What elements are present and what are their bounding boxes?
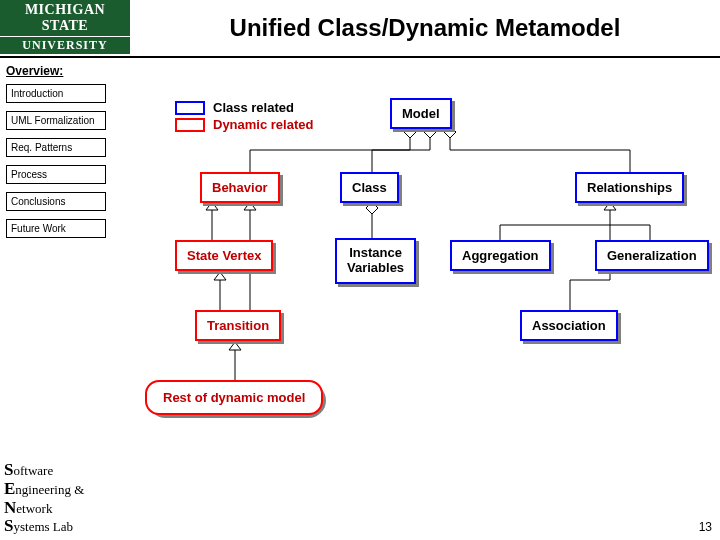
node-generalization: Generalization [595, 240, 709, 271]
node-class-label: Class [340, 172, 399, 203]
diagram-canvas: Class related Dynamic related [120, 80, 720, 500]
node-aggregation: Aggregation [450, 240, 551, 271]
node-transition: Transition [195, 310, 281, 341]
legend-dynamic-swatch [175, 118, 205, 132]
node-model: Model [390, 98, 452, 129]
node-state-vertex: State Vertex [175, 240, 273, 271]
node-association: Association [520, 310, 618, 341]
nav-introduction[interactable]: Introduction [6, 84, 106, 103]
node-generalization-label: Generalization [595, 240, 709, 271]
header: MICHIGAN STATE UNIVERSITY Unified Class/… [0, 0, 720, 58]
node-model-label: Model [390, 98, 452, 129]
node-association-label: Association [520, 310, 618, 341]
legend-dynamic-row: Dynamic related [175, 117, 313, 132]
legend-class-row: Class related [175, 100, 313, 115]
university-logo: MICHIGAN STATE UNIVERSITY [0, 0, 130, 56]
legend-class-label: Class related [213, 100, 294, 115]
node-behavior-label: Behavior [200, 172, 280, 203]
footer-lab-name: Software Engineering & Network Systems L… [4, 461, 84, 536]
overview-label: Overview: [6, 64, 720, 78]
node-behavior: Behavior [200, 172, 280, 203]
node-instance-variables: Instance Variables [335, 238, 416, 284]
node-class: Class [340, 172, 399, 203]
nav-req-patterns[interactable]: Req. Patterns [6, 138, 106, 157]
legend: Class related Dynamic related [175, 100, 313, 134]
nav-future-work[interactable]: Future Work [6, 219, 106, 238]
legend-class-swatch [175, 101, 205, 115]
node-relationships: Relationships [575, 172, 684, 203]
legend-dynamic-label: Dynamic related [213, 117, 313, 132]
nav-process[interactable]: Process [6, 165, 106, 184]
slide-title: Unified Class/Dynamic Metamodel [130, 14, 720, 42]
node-rest-dynamic: Rest of dynamic model [145, 380, 323, 415]
node-transition-label: Transition [195, 310, 281, 341]
nav-conclusions[interactable]: Conclusions [6, 192, 106, 211]
sidebar-nav: Introduction UML Formalization Req. Patt… [6, 84, 106, 246]
connectors [120, 80, 720, 500]
logo-bottom: UNIVERSITY [0, 36, 130, 54]
node-relationships-label: Relationships [575, 172, 684, 203]
logo-top: MICHIGAN STATE [0, 0, 130, 36]
page-number: 13 [699, 520, 712, 534]
node-aggregation-label: Aggregation [450, 240, 551, 271]
node-rest-dynamic-label: Rest of dynamic model [145, 380, 323, 415]
node-state-vertex-label: State Vertex [175, 240, 273, 271]
nav-uml-formalization[interactable]: UML Formalization [6, 111, 106, 130]
node-instance-variables-label: Instance Variables [335, 238, 416, 284]
